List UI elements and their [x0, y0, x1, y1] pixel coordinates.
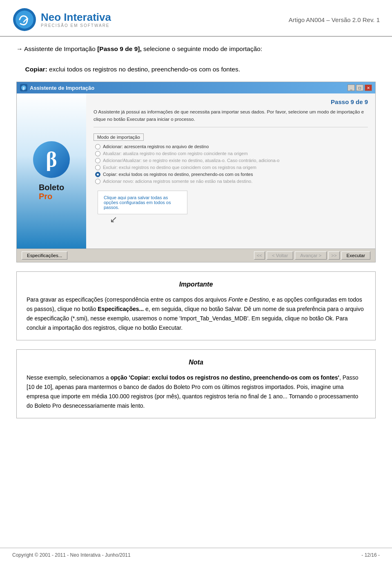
wizard-right-panel: Passo 9 de 9 O Assistente já possui as i… [86, 93, 375, 249]
article-reference: Artigo AN004 – Versão 2.0 Rev. 1 [289, 16, 380, 23]
window-controls: _ □ ✕ [347, 84, 372, 91]
nav-last-button[interactable]: >> [328, 251, 339, 260]
radio-excluir-circle [95, 165, 100, 170]
radio-copiar-circle [95, 172, 100, 177]
callout-arrow-icon: ↙ [110, 215, 368, 224]
nota-title: Nota [27, 357, 365, 368]
executar-button[interactable]: Executar [341, 251, 370, 260]
svg-point-1 [16, 11, 33, 29]
wizard-left-panel: β Boleto Pro [17, 93, 86, 249]
page-number: - 12/16 - [361, 552, 380, 558]
page-footer: Copyright © 2001 - 2011 - Neo Interativa… [0, 548, 392, 562]
wizard-titlebar-left: β Assistente de Importação [20, 84, 94, 91]
radio-option-adicionar-atualizar: Adicionar/Atualizar: se o registro exist… [94, 158, 368, 163]
importante-title: Importante [27, 279, 365, 290]
boleto-brand-line2: Pro [39, 192, 64, 201]
company-tagline: PRECISÃO EM SOFTWARE [41, 23, 111, 28]
radio-option-adicionar-novo: Adicionar novo: adiciona registros somen… [94, 179, 368, 184]
radio-option-adicionar[interactable]: Adicionar: acrescenta registros no arqui… [94, 144, 368, 149]
radio-adicionar-novo-label: Adicionar novo: adiciona registros somen… [103, 179, 252, 184]
nota-box: Nota Nesse exemplo, selecionamos a opção… [16, 349, 376, 418]
especificacoes-button[interactable]: Especificações... [22, 251, 67, 260]
copyright-text: Copyright © 2001 - 2011 - Neo Interativa… [12, 552, 131, 558]
maximize-button[interactable]: □ [356, 84, 363, 91]
copiar-label: Copiar: exclui todos os registros no des… [16, 66, 240, 73]
company-name: Neo Interativa [41, 11, 111, 23]
arrow-icon: → [16, 45, 23, 52]
radio-adicionar-label: Adicionar: acrescenta registros no arqui… [103, 144, 209, 149]
nav-forward-button[interactable]: Avançar > [295, 251, 327, 260]
wizard-description: O Assistente já possui as informações de… [94, 109, 368, 127]
boleto-brand-line1: Boleto [39, 183, 64, 192]
wizard-footer-right: << < Voltar Avançar > >> Executar [254, 251, 370, 260]
radio-copiar-label: Copiar: exclui todos os registros no des… [103, 172, 253, 177]
nav-first-button[interactable]: << [254, 251, 265, 260]
boleto-logo-circle: β [33, 141, 70, 178]
step-text: Assistente de Importação [Passo 9 de 9],… [24, 45, 262, 52]
wizard-screenshot: β Assistente de Importação _ □ ✕ β Bolet… [16, 82, 376, 262]
importante-box: Importante Para gravar as especificações… [16, 271, 376, 340]
logo-text: Neo Interativa PRECISÃO EM SOFTWARE [41, 11, 111, 28]
import-mode-section: Modo de importação Adicionar: acrescenta… [94, 133, 368, 184]
radio-adicionar-atualizar-label: Adicionar/Atualizar: se o registro exist… [103, 158, 279, 163]
callout-text: Clique aqui para salvar todas as opções … [104, 195, 171, 210]
radio-option-copiar[interactable]: Copiar: exclui todos os registros no des… [94, 172, 368, 177]
callout-box: Clique aqui para salvar todas as opções … [98, 191, 187, 214]
section-title: Modo de importação [94, 133, 144, 141]
close-button[interactable]: ✕ [365, 84, 372, 91]
svg-text:β: β [23, 86, 25, 90]
logo-area: Neo Interativa PRECISÃO EM SOFTWARE [12, 7, 111, 32]
wizard-footer-left: Especificações... [22, 251, 67, 260]
radio-atualizar-label: Atualizar: atualiza registro no destino … [103, 151, 248, 156]
wizard-titlebar: β Assistente de Importação _ □ ✕ [17, 82, 375, 93]
boleto-brand: Boleto Pro [39, 183, 64, 201]
wizard-footer: Especificações... << < Voltar Avançar > … [17, 249, 375, 262]
step-intro: → Assistente de Importação [Passo 9 de 9… [16, 44, 376, 74]
radio-excluir-label: Excluir: exclui registros no destino que… [103, 165, 256, 170]
wizard-app-icon: β [20, 84, 27, 91]
wizard-title: Assistente de Importação [30, 85, 94, 91]
beta-icon: β [46, 149, 57, 170]
minimize-button[interactable]: _ [347, 84, 355, 91]
wizard-body: β Boleto Pro Passo 9 de 9 O Assistente j… [17, 93, 375, 249]
page-header: Neo Interativa PRECISÃO EM SOFTWARE Arti… [0, 0, 392, 37]
main-content: → Assistente de Importação [Passo 9 de 9… [0, 44, 392, 443]
importante-text: Para gravar as especificações (correspon… [27, 295, 365, 333]
nav-back-button[interactable]: < Voltar [267, 251, 293, 260]
radio-adicionar-circle [95, 144, 100, 149]
radio-adicionar-atualizar-circle [95, 158, 100, 163]
radio-option-excluir: Excluir: exclui registros no destino que… [94, 165, 368, 170]
nota-text: Nesse exemplo, selecionamos a opção 'Cop… [27, 373, 365, 411]
radio-option-atualizar: Atualizar: atualiza registro no destino … [94, 151, 368, 156]
step-label: Passo 9 de 9 [94, 98, 368, 105]
radio-atualizar-circle [95, 151, 100, 156]
neo-interativa-logo-icon [12, 7, 37, 32]
radio-adicionar-novo-circle [95, 179, 100, 184]
